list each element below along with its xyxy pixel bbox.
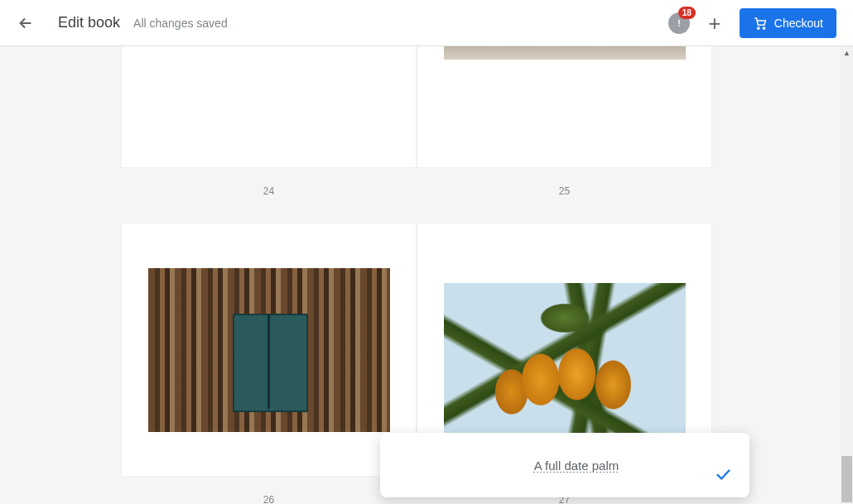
back-arrow-icon[interactable] — [17, 14, 35, 32]
checkout-label: Checkout — [774, 17, 823, 30]
caption-input[interactable] — [380, 458, 749, 473]
page-number-label: 25 — [417, 185, 711, 197]
page-number-label: 24 — [122, 185, 416, 197]
vertical-scrollbar[interactable]: ▲ — [841, 46, 853, 504]
content-area: 24 25 26 27 — [0, 46, 853, 504]
book-page-24[interactable] — [122, 46, 416, 167]
book-page-25[interactable] — [417, 46, 711, 167]
notification-badge: 18 — [678, 7, 696, 19]
page-number-label: 26 — [122, 494, 416, 504]
add-button[interactable]: + — [703, 12, 726, 34]
checkout-button[interactable]: Checkout — [740, 8, 836, 38]
page-photo[interactable] — [444, 46, 686, 60]
caption-editor-popup — [380, 433, 749, 497]
cart-icon — [753, 16, 768, 31]
notifications-button[interactable]: 18 — [668, 12, 690, 34]
header-actions: 18 + Checkout — [668, 8, 836, 38]
caption-confirm-button[interactable] — [706, 458, 740, 491]
svg-rect-1 — [678, 19, 680, 23]
save-status: All changes saved — [133, 17, 228, 30]
scroll-up-icon[interactable]: ▲ — [841, 46, 853, 59]
page-photo[interactable] — [148, 268, 390, 432]
scrollbar-thumb[interactable] — [841, 456, 852, 502]
alert-icon — [673, 17, 685, 29]
book-page-26[interactable] — [122, 223, 416, 476]
page-title: Edit book — [58, 14, 120, 31]
app-header: Edit book All changes saved 18 + Checkou… — [0, 0, 853, 46]
checkmark-icon — [714, 465, 732, 483]
svg-rect-2 — [678, 25, 680, 26]
page-spread — [122, 46, 711, 167]
svg-point-3 — [757, 26, 759, 28]
svg-point-4 — [763, 26, 764, 28]
